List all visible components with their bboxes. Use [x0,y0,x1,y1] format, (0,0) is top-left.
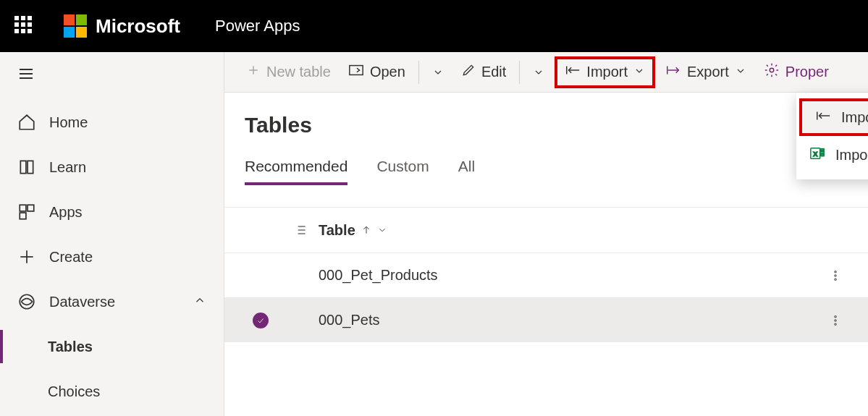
page-title: Tables [224,113,868,137]
svg-point-31 [835,271,836,272]
sidebar-item-label: Apps [49,204,83,221]
svg-point-32 [835,274,836,276]
row-name: 000_Pet_Products [319,267,817,284]
toolbar: New table Open Edit Import [224,52,868,93]
row-name: 000_Pets [319,312,817,328]
import-arrow-icon [815,109,831,126]
chevron-down-icon [735,64,746,80]
button-label: Proper [785,64,829,80]
table-row[interactable]: 000_Pets [224,297,868,342]
svg-rect-21 [820,148,825,150]
svg-rect-5 [20,213,26,219]
svg-point-33 [835,279,836,280]
app-name-label: Power Apps [215,17,300,35]
column-label: Table [319,222,355,239]
button-label: Open [370,64,405,80]
sidebar-item-create[interactable]: Create [0,234,224,279]
row-checkbox[interactable] [239,313,282,328]
app-header: Microsoft Power Apps [0,0,868,52]
sidebar-item-apps[interactable]: Apps [0,190,224,234]
apps-icon [17,203,36,221]
edit-chevron[interactable] [526,58,552,87]
button-label: Export [687,64,729,80]
sidebar-item-label: Create [49,249,93,266]
hamburger-icon[interactable] [0,65,224,100]
sidebar-item-tables[interactable]: Tables [0,324,224,369]
svg-point-35 [835,319,836,321]
tab-all[interactable]: All [458,158,475,185]
divider [519,61,520,84]
export-button[interactable]: Export [658,58,754,87]
microsoft-logo-icon [64,14,87,38]
open-chevron[interactable] [425,58,451,87]
sort-asc-icon [361,222,371,239]
open-button[interactable]: Open [341,58,413,87]
svg-rect-23 [820,153,825,156]
import-data-item[interactable]: Import data [799,98,868,136]
chevron-down-icon [377,222,387,239]
svg-rect-4 [28,205,34,211]
chevron-down-icon [633,64,645,80]
sidebar-item-label: Tables [48,339,93,355]
tab-custom[interactable]: Custom [376,158,429,185]
sidebar-item-home[interactable]: Home [0,100,224,145]
chevron-down-icon [432,67,444,78]
export-arrow-icon [665,64,681,80]
svg-rect-3 [20,205,26,211]
home-icon [17,113,36,132]
excel-icon: X [809,145,825,165]
sidebar-item-label: Home [49,114,88,131]
open-icon [348,63,364,81]
tables-list: Table 000_Pet_Products [224,207,868,342]
svg-rect-22 [820,151,825,153]
content-area: Tables Recommended Custom All Table [224,93,868,416]
import-dropdown: Import data X Import data from Excel [796,93,868,179]
properties-button[interactable]: Proper [757,58,836,87]
sidebar-item-label: Learn [49,159,86,176]
edit-button[interactable]: Edit [454,58,513,87]
plus-icon [17,247,36,266]
plus-icon [246,63,261,81]
sidebar-item-label: Dataverse [49,294,115,310]
sidebar: Home Learn Apps Create Dataverse Tables … [0,52,224,416]
new-table-button[interactable]: New table [239,58,338,87]
svg-point-36 [835,323,836,325]
menu-item-label: Import data from Excel [835,147,868,164]
svg-rect-11 [350,66,363,75]
button-label: Import [586,64,628,80]
import-button[interactable]: Import [555,56,655,88]
import-excel-item[interactable]: X Import data from Excel [796,136,868,174]
tabs: Recommended Custom All [224,158,868,185]
chevron-up-icon [193,294,206,310]
book-icon [17,158,36,177]
sidebar-item-label: Choices [48,383,100,400]
waffle-icon[interactable] [14,16,35,36]
button-label: New table [266,64,331,80]
table-row[interactable]: 000_Pet_Products [224,252,868,297]
row-more-button[interactable] [817,269,854,282]
menu-item-label: Import data [841,109,868,126]
svg-point-34 [835,315,836,317]
row-more-button[interactable] [817,314,854,327]
pencil-icon [461,63,476,81]
list-view-icon[interactable] [282,223,319,237]
gear-icon [764,62,780,82]
tab-recommended[interactable]: Recommended [245,158,347,185]
divider [418,61,419,84]
button-label: Edit [481,64,506,80]
dataverse-icon [17,292,36,311]
brand-label: Microsoft [96,15,180,38]
table-header: Table [224,208,868,252]
column-header-table[interactable]: Table [319,222,817,239]
sidebar-item-choices[interactable]: Choices [0,369,224,414]
checkmark-icon [253,313,269,328]
chevron-down-icon [533,67,544,78]
svg-point-16 [770,68,774,72]
svg-text:X: X [813,150,818,157]
sidebar-item-dataverse[interactable]: Dataverse [0,279,224,324]
sidebar-item-learn[interactable]: Learn [0,145,224,190]
main-area: New table Open Edit Import [224,52,868,416]
import-arrow-icon [565,64,581,80]
